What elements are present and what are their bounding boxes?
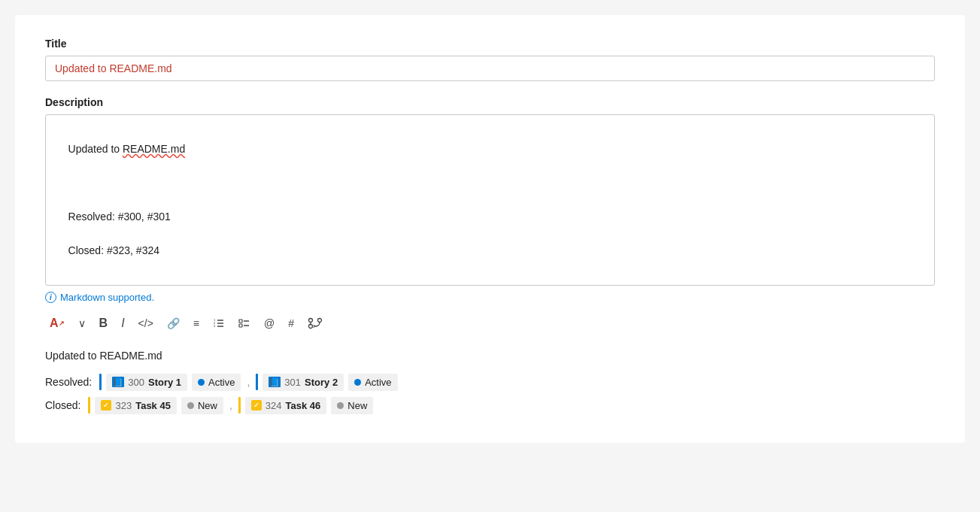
title-label: Title (45, 38, 935, 50)
task-324-status-chip[interactable]: New (331, 397, 373, 414)
task-323-chip[interactable]: 323 Task 45 (95, 397, 176, 414)
task-324-status-dot (337, 402, 344, 409)
story-300-bar (99, 374, 102, 390)
story-300-status-dot (198, 379, 205, 386)
closed-row: Closed: 323 Task 45 New , 324 Task 46 Ne… (45, 397, 935, 414)
title-input[interactable] (45, 56, 935, 81)
story-300-status-text: Active (208, 377, 235, 388)
list-checklist-button[interactable] (234, 314, 255, 332)
list-ordered-button[interactable]: 1 2 3 (208, 314, 229, 332)
markdown-note: i Markdown supported. (45, 292, 935, 303)
description-textarea[interactable]: Updated to README.md Resolved: #300, #30… (45, 114, 935, 286)
description-line1-prefix: Updated to (68, 143, 123, 155)
task-324-number: 324 (265, 400, 282, 411)
italic-button[interactable]: I (117, 314, 129, 333)
story-300-number: 300 (128, 377, 144, 388)
story-300-icon (112, 377, 124, 387)
story-300-status-chip[interactable]: Active (192, 374, 241, 391)
task-323-status-dot (187, 402, 194, 409)
story-301-number: 301 (284, 377, 301, 388)
link-button[interactable]: 🔗 (162, 314, 184, 332)
dropdown-arrow-button[interactable]: ∨ (74, 314, 90, 332)
story-301-status-chip[interactable]: Active (348, 374, 397, 391)
svg-text:3: 3 (214, 324, 216, 328)
task-323-status-text: New (198, 400, 217, 411)
story-301-icon (269, 377, 281, 387)
text-style-button[interactable]: A↗ (45, 314, 69, 333)
task-323-icon (101, 400, 111, 411)
mention-button[interactable]: @ (259, 314, 279, 332)
resolved-row: Resolved: 300 Story 1 Active , 301 Story… (45, 374, 935, 391)
hashtag-button[interactable]: # (284, 314, 299, 332)
code-button[interactable]: </> (134, 314, 158, 332)
task-323-name: Task 45 (135, 400, 171, 411)
task-323-bar (88, 397, 90, 414)
description-readme-link[interactable]: README.md (123, 143, 185, 155)
story-300-name: Story 1 (148, 377, 181, 388)
story-301-bar (256, 374, 258, 390)
description-closed: Closed: #323, #324 (68, 244, 159, 256)
separator-1: , (247, 376, 250, 388)
pullrequest-button[interactable] (303, 314, 327, 332)
main-container: Title Description Updated to README.md R… (15, 15, 965, 443)
preview-text: Updated to README.md (45, 350, 935, 362)
task-324-name: Task 46 (286, 400, 321, 411)
markdown-note-text[interactable]: Markdown supported. (60, 292, 154, 303)
resolved-label: Resolved: (45, 376, 92, 388)
description-resolved: Resolved: #300, #301 (68, 211, 171, 223)
task-323-status-chip[interactable]: New (181, 397, 223, 414)
closed-label: Closed: (45, 399, 80, 411)
task-324-bar (238, 397, 241, 414)
svg-point-11 (309, 324, 313, 328)
task-324-icon (251, 400, 262, 411)
svg-rect-8 (239, 324, 242, 327)
bold-button[interactable]: B (95, 314, 113, 333)
svg-point-12 (318, 318, 322, 322)
separator-2: , (229, 399, 232, 411)
editor-toolbar: A↗ ∨ B I </> 🔗 ≡ 1 2 3 @ # (45, 309, 935, 338)
story-301-status-dot (354, 379, 361, 386)
story-301-status-text: Active (365, 377, 391, 388)
task-323-number: 323 (115, 400, 132, 411)
story-301-chip[interactable]: 301 Story 2 (262, 374, 344, 391)
task-324-status-text: New (347, 400, 367, 411)
story-301-name: Story 2 (305, 377, 338, 388)
svg-point-10 (309, 318, 313, 322)
svg-rect-6 (239, 320, 242, 323)
list-unordered-button[interactable]: ≡ (189, 314, 204, 332)
description-label: Description (45, 96, 935, 108)
info-icon: i (45, 292, 56, 303)
story-300-chip[interactable]: 300 Story 1 (106, 374, 187, 391)
task-324-chip[interactable]: 324 Task 46 (245, 397, 326, 414)
